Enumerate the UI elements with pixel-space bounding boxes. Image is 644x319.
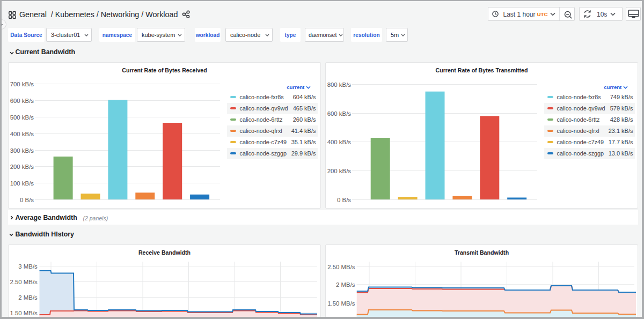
svg-text:3 MB/s: 3 MB/s bbox=[18, 263, 38, 270]
svg-text:300 kB/s: 300 kB/s bbox=[10, 147, 34, 154]
svg-text:0 B/s: 0 B/s bbox=[20, 197, 34, 203]
svg-text:2.50 MB/s: 2.50 MB/s bbox=[327, 263, 355, 270]
svg-text:2 MB/s: 2 MB/s bbox=[336, 281, 355, 288]
svg-text:400 kB/s: 400 kB/s bbox=[10, 131, 34, 137]
svg-text:1.50 MB/s: 1.50 MB/s bbox=[327, 300, 355, 306]
svg-text:200 kB/s: 200 kB/s bbox=[327, 168, 352, 174]
svg-text:600 kB/s: 600 kB/s bbox=[10, 98, 34, 104]
svg-text:2 MB/s: 2 MB/s bbox=[18, 294, 38, 301]
svg-text:2.50 MB/s: 2.50 MB/s bbox=[10, 279, 38, 285]
svg-text:600 kB/s: 600 kB/s bbox=[327, 110, 352, 117]
svg-text:700 kB/s: 700 kB/s bbox=[10, 81, 34, 87]
svg-text:0 B/s: 0 B/s bbox=[337, 197, 351, 203]
svg-text:500 kB/s: 500 kB/s bbox=[10, 114, 34, 121]
svg-text:400 kB/s: 400 kB/s bbox=[327, 139, 352, 145]
svg-text:100 kB/s: 100 kB/s bbox=[10, 180, 34, 187]
svg-text:800 kB/s: 800 kB/s bbox=[327, 81, 352, 88]
svg-text:200 kB/s: 200 kB/s bbox=[10, 164, 34, 170]
svg-text:1.50 MB/s: 1.50 MB/s bbox=[10, 310, 38, 316]
